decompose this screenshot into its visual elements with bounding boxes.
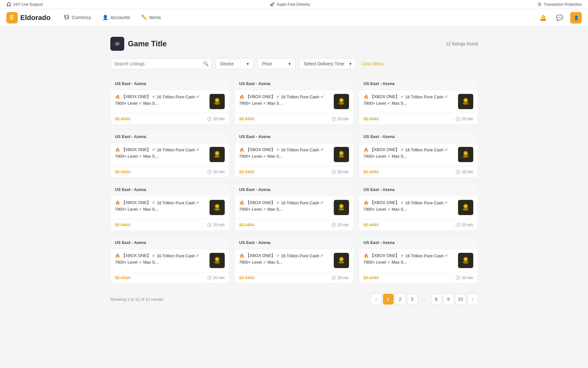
page-header: Game Title 12 listings found bbox=[110, 37, 478, 51]
svg-point-29 bbox=[464, 152, 467, 154]
listing-card[interactable]: US East - Azena 🔥 【XBOX ONE】 ✔ 16 Trilli… bbox=[235, 77, 354, 125]
listings-count: 12 listings found bbox=[446, 41, 478, 46]
delivery-time: 20 min bbox=[462, 276, 473, 280]
extra-tag: Max S... bbox=[392, 207, 407, 212]
svg-point-9 bbox=[216, 99, 218, 102]
check-icon-1: ✔ bbox=[401, 95, 404, 99]
fire-icon: 🔥 bbox=[115, 253, 120, 258]
user-avatar[interactable]: 👤 bbox=[570, 12, 582, 23]
price-value: $0.444 bbox=[115, 169, 128, 174]
listing-card[interactable]: US East - Azena 🔥 【XBOX ONE】 ✔ 16 Trilli… bbox=[359, 130, 478, 178]
item-name: 16 Trillion Pure Cash bbox=[281, 200, 319, 205]
price-unit: /k bbox=[376, 117, 379, 121]
nav-item-accounts[interactable]: 👤 Accounts bbox=[97, 9, 136, 27]
listing-price: $0.444/k bbox=[239, 116, 255, 121]
check-icon-3: ✔ bbox=[387, 260, 391, 265]
page-button-10[interactable]: 10 bbox=[455, 294, 466, 305]
level-tag: 7900+ Level bbox=[115, 101, 138, 106]
listing-card[interactable]: US East - Azena 🔥 【XBOX ONE】 ✔ 16 Trilli… bbox=[235, 130, 354, 178]
listing-subtags: 7900+ Level ✔ Max S... bbox=[239, 207, 331, 212]
listing-card-header: US East - Azena bbox=[359, 77, 478, 90]
platform-tag: 【XBOX ONE】 bbox=[370, 200, 400, 206]
listing-card[interactable]: US East - Azena 🔥 【XBOX ONE】 ✔ 16 Trilli… bbox=[110, 130, 229, 178]
check-icon-2: ✔ bbox=[445, 95, 448, 99]
listing-card-body: 🔥 【XBOX ONE】 ✔ 16 Trillion Pure Cash ✔ 7… bbox=[359, 90, 478, 113]
next-page-button[interactable]: › bbox=[467, 294, 478, 305]
listing-tags: 🔥 【XBOX ONE】 ✔ 16 Trillion Pure Cash ✔ bbox=[115, 94, 207, 100]
extra-tag: Max S... bbox=[143, 207, 158, 212]
platform-tag: 【XBOX ONE】 bbox=[246, 253, 275, 259]
fire-icon: 🔥 bbox=[239, 95, 244, 99]
chat-button[interactable]: 💬 bbox=[554, 12, 565, 23]
listing-card-footer: $0.444/k 🕐 20 min bbox=[111, 219, 229, 230]
delivery-time: 20 min bbox=[213, 276, 224, 280]
page-button-8[interactable]: 8 bbox=[431, 294, 442, 305]
fire-icon: 🔥 bbox=[115, 148, 120, 152]
check-icon-2: ✔ bbox=[445, 200, 448, 205]
clock-icon: 🕐 bbox=[456, 276, 460, 280]
check-icon-2: ✔ bbox=[320, 95, 324, 99]
listing-card[interactable]: US East - Azena 🔥 【XBOX ONE】 ✔ 16 Trilli… bbox=[359, 77, 478, 125]
listing-thumbnail bbox=[458, 147, 473, 162]
svg-point-48 bbox=[339, 261, 344, 264]
price-filter[interactable]: Price ▾ bbox=[257, 58, 295, 69]
prev-page-button[interactable]: ‹ bbox=[371, 294, 382, 305]
clock-icon: 🕐 bbox=[331, 276, 336, 280]
listing-card[interactable]: US East - Azena 🔥 【XBOX ONE】 ✔ 16 Trilli… bbox=[110, 183, 229, 231]
check-icon-2: ✔ bbox=[320, 253, 324, 258]
listing-subtags: 7900+ Level ✔ Max S... bbox=[115, 101, 207, 106]
search-input[interactable] bbox=[110, 58, 212, 69]
listing-subtags: 7900+ Level ✔ Max S... bbox=[364, 154, 456, 159]
svg-point-36 bbox=[339, 208, 344, 211]
listing-card[interactable]: US East - Azena 🔥 【XBOX ONE】 ✔ 16 Trilli… bbox=[235, 236, 354, 284]
listing-tags: 🔥 【XBOX ONE】 ✔ 16 Trillion Pure Cash ✔ bbox=[364, 200, 456, 206]
listing-details: 🔥 【XBOX ONE】 ✔ 16 Trillion Pure Cash ✔ 7… bbox=[115, 147, 207, 160]
page-title-area: Game Title bbox=[110, 37, 167, 51]
listing-card[interactable]: US East - Azena 🔥 【XBOX ONE】 ✔ 16 Trilli… bbox=[110, 236, 229, 284]
logo-area[interactable]: E Eldorado bbox=[6, 12, 50, 23]
page-button-1[interactable]: 1 bbox=[383, 294, 394, 305]
svg-point-12 bbox=[339, 102, 344, 105]
delivery-time: 20 min bbox=[213, 117, 224, 121]
top-bar-center: 🚀 Super-Fast Delivery bbox=[270, 2, 310, 7]
price-unit: /k bbox=[252, 223, 255, 227]
top-bar-left: 🎧 24/7 Live Support bbox=[6, 2, 43, 7]
listing-card-header: US East - Azena bbox=[359, 183, 478, 196]
price-value: $0.444 bbox=[364, 222, 376, 227]
nav-item-currency[interactable]: 💱 Currency bbox=[58, 9, 97, 27]
price-value: $0.444 bbox=[364, 116, 376, 121]
price-value: $0.444 bbox=[115, 275, 128, 280]
device-filter[interactable]: Device ▾ bbox=[216, 58, 254, 69]
page-button-2[interactable]: 2 bbox=[395, 294, 406, 305]
logo-icon: E bbox=[6, 12, 18, 23]
svg-point-52 bbox=[463, 261, 468, 264]
clock-icon: 🕐 bbox=[456, 170, 460, 174]
currency-label: Currency bbox=[72, 15, 91, 20]
listing-card[interactable]: US East - Azena 🔥 【XBOX ONE】 ✔ 16 Trilli… bbox=[235, 183, 354, 231]
svg-point-32 bbox=[214, 208, 220, 211]
listing-card[interactable]: US East - Azena 🔥 【XBOX ONE】 ✔ 16 Trilli… bbox=[110, 77, 229, 125]
listing-card-body: 🔥 【XBOX ONE】 ✔ 16 Trillion Pure Cash ✔ 7… bbox=[235, 249, 353, 272]
platform-tag: 【XBOX ONE】 bbox=[121, 94, 151, 100]
listing-thumbnail bbox=[334, 147, 349, 162]
page-title: Game Title bbox=[128, 39, 167, 48]
svg-point-16 bbox=[463, 102, 468, 105]
support-icon: 🎧 bbox=[6, 2, 11, 7]
listing-details: 🔥 【XBOX ONE】 ✔ 16 Trillion Pure Cash ✔ 7… bbox=[364, 94, 456, 107]
page-button-3[interactable]: 3 bbox=[407, 294, 418, 305]
listing-delivery: 🕐 20 min bbox=[207, 117, 224, 121]
check-icon-3: ✔ bbox=[387, 207, 391, 212]
listing-card-footer: $0.444/k 🕐 20 min bbox=[235, 219, 353, 230]
notifications-button[interactable]: 🔔 bbox=[537, 12, 549, 23]
level-tag: 7900+ Level bbox=[364, 154, 386, 159]
listing-delivery: 🕐 20 min bbox=[456, 223, 473, 227]
fire-icon: 🔥 bbox=[115, 95, 120, 99]
listing-card[interactable]: US East - Azena 🔥 【XBOX ONE】 ✔ 16 Trilli… bbox=[359, 183, 478, 231]
listing-subtags: 7900+ Level ✔ Max S... bbox=[364, 260, 456, 265]
nav-item-items[interactable]: ✏️ Items bbox=[136, 9, 167, 27]
listing-server: US East - Azena bbox=[364, 134, 395, 139]
clear-filters-button[interactable]: Clear filters bbox=[360, 59, 385, 69]
delivery-filter[interactable]: Select Delivery Time ▾ bbox=[299, 58, 356, 69]
page-button-9[interactable]: 9 bbox=[443, 294, 454, 305]
listing-card[interactable]: US East - Azena 🔥 【XBOX ONE】 ✔ 16 Trilli… bbox=[359, 236, 478, 284]
